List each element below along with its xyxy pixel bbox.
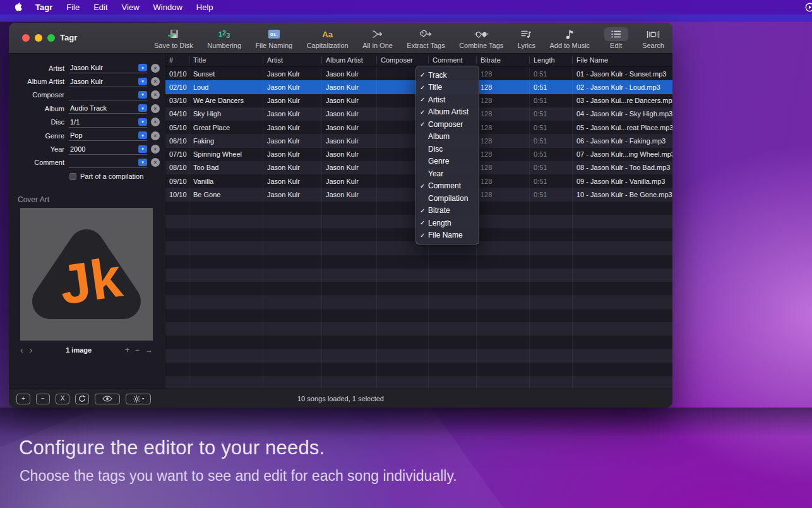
screen-record-icon[interactable] [804, 2, 812, 15]
menu-item-bitrate[interactable]: ✓Bitrate [416, 205, 479, 217]
menu-item-composer[interactable]: ✓Composer [416, 118, 479, 131]
chevron-down-icon[interactable]: ▾ [138, 145, 147, 153]
chevron-down-icon[interactable]: ▾ [138, 104, 147, 112]
column-header-album-artist[interactable]: Album Artist [322, 56, 377, 64]
table-row-empty[interactable] [165, 282, 672, 295]
cover-prev-button[interactable]: ‹ [20, 345, 23, 355]
close-window-button[interactable] [22, 34, 30, 42]
clear-field-button[interactable]: × [151, 104, 160, 113]
toolbar-lyrics-button[interactable]: Lyrics [518, 27, 535, 49]
toolbar-save-to-disk-button[interactable]: Save to Disk [154, 27, 193, 49]
album-combobox[interactable]: Audio Track▾ [69, 103, 147, 114]
menubar-item-tagr[interactable]: Tagr [28, 0, 59, 15]
toolbar-add-to-music-button[interactable]: Add to Music [550, 27, 590, 49]
menubar-item-view[interactable]: View [115, 0, 146, 15]
clear-field-button[interactable]: × [151, 145, 160, 154]
compilation-checkbox[interactable] [69, 173, 76, 180]
column-header-length[interactable]: Length [530, 56, 573, 64]
table-row-empty[interactable] [165, 269, 672, 282]
column-header-comment[interactable]: Comment [429, 56, 477, 64]
reload-button[interactable] [75, 394, 89, 404]
menubar-item-file[interactable]: File [59, 0, 87, 15]
minimize-window-button[interactable] [35, 34, 42, 42]
menu-item-comment[interactable]: ✓Comment [416, 180, 479, 193]
table-header[interactable]: #TitleArtistAlbum ArtistComposerCommentB… [165, 54, 672, 67]
menubar-item-window[interactable]: Window [146, 0, 189, 15]
cell-num [165, 376, 189, 389]
menu-item-artist[interactable]: ✓Artist [416, 94, 479, 106]
menu-item-track[interactable]: ✓Track [416, 69, 479, 82]
table-row-empty[interactable] [165, 349, 672, 362]
cover-add-button[interactable]: + [125, 346, 129, 354]
table-row-empty[interactable] [165, 376, 672, 389]
table-row-empty[interactable] [165, 309, 672, 322]
genre-combobox[interactable]: Pop▾ [69, 130, 147, 141]
cell-bitrate [477, 336, 530, 349]
chevron-down-icon[interactable]: ▾ [138, 78, 147, 85]
toolbar-numbering-button[interactable]: 123Numbering [207, 27, 241, 49]
toolbar-search-button[interactable]: Search [642, 27, 664, 49]
cover-remove-button[interactable]: − [135, 346, 140, 354]
column-header-composer[interactable]: Composer [377, 56, 429, 64]
column-header-[interactable]: # [165, 56, 189, 64]
clear-field-button[interactable]: × [151, 90, 160, 99]
menu-item-album-artist[interactable]: ✓Album Artist [416, 106, 479, 119]
cover-export-button[interactable]: → [145, 346, 153, 354]
disc-combobox[interactable]: 1/1▾ [69, 117, 147, 128]
cell-bitrate [477, 322, 530, 336]
add-button[interactable]: + [16, 394, 30, 404]
table-row-empty[interactable] [165, 322, 672, 336]
clear-field-button[interactable]: × [151, 64, 160, 73]
clear-field-button[interactable]: × [151, 77, 160, 86]
menu-item-file-name[interactable]: ✓File Name [416, 229, 479, 242]
table-row-empty[interactable] [165, 295, 672, 308]
toolbar-edit-button[interactable]: Edit [604, 27, 628, 49]
menu-item-album[interactable]: Album [416, 131, 479, 143]
remove-button[interactable]: − [36, 394, 50, 404]
chevron-down-icon[interactable]: ▾ [138, 64, 147, 71]
clear-button[interactable]: X [56, 394, 69, 404]
gear-menu-button[interactable]: ▾ [126, 394, 151, 404]
menubar-item-edit[interactable]: Edit [87, 0, 114, 15]
clear-field-button[interactable]: × [151, 131, 160, 140]
preview-eye-button[interactable] [95, 394, 120, 404]
menu-item-compilation[interactable]: Compilation [416, 192, 479, 205]
column-header-artist[interactable]: Artist [263, 56, 322, 64]
apple-menu[interactable] [8, 2, 28, 13]
clear-field-button[interactable]: × [151, 158, 160, 167]
menu-item-disc[interactable]: Disc [416, 143, 479, 155]
toolbar-extract-tags-button[interactable]: Extract Tags [407, 27, 445, 49]
edit-list-icon [604, 27, 628, 41]
cell-length: 0:51 [530, 174, 573, 188]
zoom-window-button[interactable] [47, 34, 55, 42]
year-combobox[interactable]: 2000▾ [69, 144, 147, 155]
menu-item-length[interactable]: ✓Length [416, 217, 479, 229]
table-row-empty[interactable] [165, 363, 672, 376]
menu-item-genre[interactable]: Genre [416, 155, 479, 168]
column-header-bitrate[interactable]: Bitrate [477, 56, 530, 64]
menu-item-year[interactable]: Year [416, 167, 479, 180]
column-header-title[interactable]: Title [189, 56, 263, 64]
cover-art-image[interactable]: Jk [20, 208, 153, 341]
menu-item-title[interactable]: ✓Title [416, 82, 479, 94]
cell-file_name [573, 363, 672, 376]
column-header-file-name[interactable]: File Name [573, 56, 672, 64]
cell-artist [263, 282, 322, 295]
toolbar-capitalization-button[interactable]: AaCapitalization [307, 27, 349, 49]
clear-field-button[interactable]: × [151, 118, 160, 126]
table-row-empty[interactable] [165, 336, 672, 349]
menubar-item-help[interactable]: Help [189, 0, 220, 15]
album-artist-combobox[interactable]: Jason Kulr▾ [69, 76, 147, 87]
toolbar-file-naming-button[interactable]: 01-File Naming [256, 27, 293, 49]
toolbar-all-in-one-button[interactable]: All in One [362, 27, 393, 49]
chevron-down-icon[interactable]: ▾ [138, 131, 147, 139]
comment-combobox[interactable]: ▾ [69, 157, 147, 168]
table-row-empty[interactable] [165, 255, 672, 269]
chevron-down-icon[interactable]: ▾ [138, 118, 147, 126]
chevron-down-icon[interactable]: ▾ [138, 159, 147, 166]
artist-combobox[interactable]: Jason Kulr▾ [69, 63, 147, 73]
cell-num: 01/10 [165, 67, 189, 80]
toolbar-combine-tags-button[interactable]: Combine Tags [459, 27, 503, 49]
chevron-down-icon[interactable]: ▾ [138, 91, 147, 99]
composer-combobox[interactable]: ▾ [69, 90, 147, 100]
